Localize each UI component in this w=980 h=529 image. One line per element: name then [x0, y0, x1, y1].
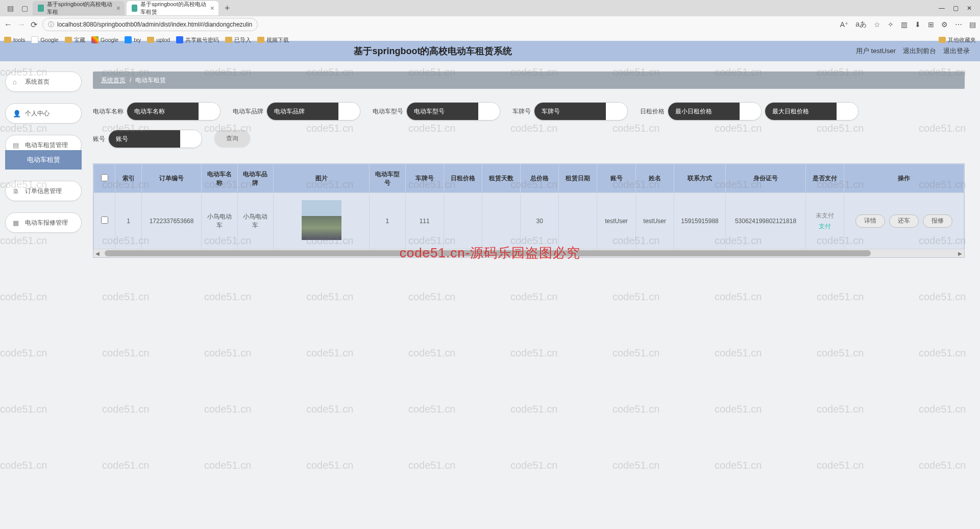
sidebar-icon[interactable]: ▤: [969, 20, 976, 29]
browser-tab[interactable]: 基于springboot的高校电动车租 ×: [33, 1, 125, 15]
favorite-icon[interactable]: ☆: [874, 20, 880, 29]
filter-brand-input[interactable]: [267, 103, 338, 120]
back-icon[interactable]: ←: [4, 20, 12, 29]
forward-icon[interactable]: →: [17, 20, 26, 29]
main-content: 系统首页 / 电动车租赁 电动车名称 电动车品牌 电动车型号 车牌号 日租价: [87, 61, 980, 268]
th-plate: 车牌号: [405, 164, 444, 193]
filter-maxprice-input[interactable]: [765, 103, 837, 120]
folder-icon: [939, 37, 946, 43]
bookmark-item[interactable]: 已导入: [225, 36, 251, 44]
filter-acct-input[interactable]: [109, 130, 180, 148]
maximize-icon[interactable]: ▢: [953, 5, 959, 12]
bookmark-item[interactable]: uplod: [147, 37, 170, 43]
close-icon[interactable]: ×: [210, 4, 214, 12]
pay-link[interactable]: 支付: [809, 222, 841, 231]
logout-link[interactable]: 退出登录: [943, 46, 970, 56]
cell-brand: 小鸟电动车: [237, 193, 273, 249]
folder-icon: [257, 37, 264, 43]
th-dayprice: 日租价格: [444, 164, 482, 193]
table-header-row: 索引 订单编号 电动车名称 电动车品牌 图片 电动车型号 车牌号 日租价格 租赁…: [94, 164, 964, 193]
sidebar-item-home[interactable]: ⌂ 系统首页: [5, 71, 82, 92]
scroll-right-icon[interactable]: ▶: [956, 251, 964, 256]
folder-icon: [225, 37, 232, 43]
bookmark-item[interactable]: tools: [4, 37, 25, 43]
th-ops: 操作: [844, 164, 964, 193]
th-uname: 姓名: [635, 164, 674, 193]
sidebar-item-label: 电动车租赁管理: [25, 141, 68, 150]
cell-date: [559, 193, 597, 249]
filter-bar: 电动车名称 电动车品牌 电动车型号 车牌号 日租价格 账号: [93, 102, 965, 148]
filter-model-input[interactable]: [407, 103, 478, 120]
detail-button[interactable]: 详情: [855, 214, 885, 228]
close-window-icon[interactable]: ✕: [967, 5, 972, 12]
window-menu-icon[interactable]: ▤: [4, 2, 16, 14]
new-tab-button[interactable]: +: [220, 3, 234, 14]
app-icon[interactable]: ⊞: [928, 20, 934, 29]
sidebar-item-label: 个人中心: [25, 109, 50, 118]
scroll-thumb[interactable]: [105, 250, 871, 256]
extension-icon[interactable]: ⚙: [941, 20, 948, 29]
home-icon: ⌂: [13, 78, 20, 85]
query-button[interactable]: 查询: [214, 130, 250, 147]
cell-index: 1: [115, 193, 142, 249]
reload-icon[interactable]: ⟳: [31, 20, 37, 30]
filter-acct-label: 账号: [93, 135, 105, 143]
filter-model-label: 电动车型号: [373, 107, 403, 116]
filter-dayprice-label: 日租价格: [640, 107, 665, 116]
scroll-left-icon[interactable]: ◀: [93, 251, 102, 256]
close-icon[interactable]: ×: [116, 4, 120, 12]
breadcrumb-sep: /: [130, 77, 131, 84]
horizontal-scrollbar[interactable]: ◀ ▶: [93, 249, 964, 257]
minimize-icon[interactable]: —: [939, 5, 945, 12]
bookmark-item[interactable]: 视频下载: [257, 36, 289, 44]
cell-pic: [274, 193, 370, 249]
translate-icon[interactable]: aあ: [855, 20, 867, 29]
row-checkbox[interactable]: [101, 217, 108, 224]
bookmark-item[interactable]: Google: [31, 36, 58, 43]
th-orderno: 订单编号: [141, 164, 201, 193]
bookmark-item[interactable]: 共享账号密码: [176, 36, 219, 44]
bookmark-item[interactable]: Google: [91, 36, 118, 43]
th-brand: 电动车品牌: [237, 164, 273, 193]
cell-pay: 未支付 支付: [805, 193, 844, 249]
other-bookmarks[interactable]: 其他收藏夹: [939, 36, 976, 44]
th-model: 电动车型号: [370, 164, 405, 193]
favicon-icon: [38, 5, 44, 12]
sidebar-item-profile[interactable]: 👤 个人中心: [5, 103, 82, 124]
cell-idno: 530624199802121818: [726, 193, 805, 249]
download-icon[interactable]: ⬇: [915, 20, 921, 29]
cell-account: testUser: [597, 193, 635, 249]
sidebar-sub-rental[interactable]: 电动车租赁: [5, 150, 82, 170]
filter-plate-input[interactable]: [534, 103, 606, 120]
browser-tab-active[interactable]: 基于springboot的高校电动车租赁 ×: [127, 1, 218, 15]
browser-chrome: ▤ ▢ 基于springboot的高校电动车租 × 基于springboot的高…: [0, 0, 980, 41]
url-field[interactable]: ⓘ localhost:8080/springboothb0fi/admin/d…: [42, 18, 258, 31]
sidebar-item-repair[interactable]: ▦ 电动车报修管理: [5, 212, 82, 233]
th-idno: 身份证号: [726, 164, 805, 193]
sidebar-item-label: 电动车报修管理: [25, 219, 68, 227]
repair-button[interactable]: 报修: [923, 214, 952, 228]
breadcrumb-home[interactable]: 系统首页: [101, 76, 126, 85]
url-text: localhost:8080/springboothb0fi/admin/dis…: [57, 21, 252, 28]
favicon-icon: [132, 5, 137, 12]
bookmark-item[interactable]: 宝藏: [65, 36, 85, 44]
read-aloud-icon[interactable]: A⁺: [840, 20, 848, 29]
tab-overview-icon[interactable]: ▢: [18, 2, 31, 14]
list-icon: ▤: [13, 141, 20, 149]
th-days: 租赁天数: [482, 164, 520, 193]
to-front-link[interactable]: 退出到前台: [903, 46, 936, 56]
collections-icon[interactable]: ✧: [888, 20, 894, 29]
info-icon: ⓘ: [48, 20, 54, 29]
filter-minprice-input[interactable]: [668, 103, 740, 120]
return-button[interactable]: 还车: [889, 214, 919, 228]
filter-name-input[interactable]: [127, 103, 199, 120]
bookmark-item[interactable]: txy: [125, 36, 141, 43]
sidebar-item-orders[interactable]: 🗎 订单信息管理: [5, 181, 82, 201]
page-icon: [176, 36, 183, 43]
split-icon[interactable]: ▥: [901, 20, 908, 29]
more-icon[interactable]: ⋯: [955, 20, 962, 29]
th-account: 账号: [597, 164, 635, 193]
select-all-checkbox[interactable]: [101, 174, 108, 181]
cell-ops: 详情 还车 报修: [844, 193, 964, 249]
thumbnail-image[interactable]: [302, 200, 341, 240]
